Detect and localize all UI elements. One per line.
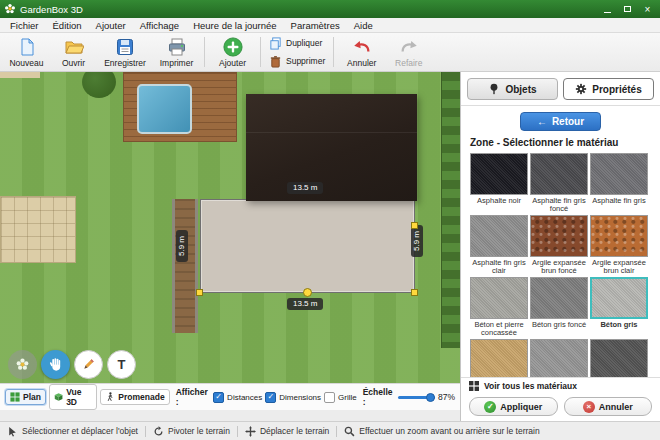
menu-ajouter[interactable]: Ajouter — [89, 20, 133, 31]
material-label: Asphalte fin gris foncé — [530, 197, 588, 213]
bush[interactable] — [82, 72, 116, 98]
hedge-row[interactable] — [441, 72, 460, 348]
draw-tool-button[interactable] — [74, 350, 103, 379]
material-swatch[interactable] — [470, 215, 528, 257]
apply-button[interactable]: ✓ Appliquer — [469, 397, 558, 416]
view-3d-button[interactable]: Vue 3D — [49, 384, 97, 410]
garden-canvas[interactable]: 13.5 m 13.5 m 5.9 m 5.9 m T — [0, 72, 460, 383]
menu-heure[interactable]: Heure de la journée — [186, 20, 283, 31]
zone-handle-mid-right[interactable] — [411, 222, 418, 229]
grille-checkbox[interactable]: Grille — [324, 392, 357, 403]
redo-button[interactable]: Refaire — [385, 34, 432, 70]
material-cell[interactable] — [590, 339, 648, 377]
material-cell[interactable] — [530, 339, 588, 377]
add-button[interactable]: Ajouter — [209, 34, 256, 70]
back-button[interactable]: ← Retour — [520, 112, 601, 131]
distances-checkbox[interactable]: ✓ Distances — [213, 392, 262, 403]
maximize-button[interactable] — [619, 3, 636, 16]
zoom-slider[interactable] — [398, 392, 435, 403]
material-swatch[interactable] — [590, 339, 648, 377]
distances-checkbox-box[interactable]: ✓ — [213, 392, 224, 403]
menu-aide[interactable]: Aide — [347, 20, 380, 31]
material-cell[interactable]: Asphalte fin gris — [590, 153, 648, 213]
plants-tool-button[interactable] — [8, 350, 37, 379]
dirt-path[interactable] — [172, 199, 198, 333]
plan-view-button[interactable]: Plan — [5, 389, 46, 405]
open-button[interactable]: Ouvrir — [50, 34, 97, 70]
add-button-label: Ajouter — [219, 58, 246, 68]
tree-icon — [488, 83, 500, 95]
dimensions-label: Dimensions — [279, 393, 321, 402]
swimming-pool[interactable] — [137, 84, 192, 134]
material-cell[interactable] — [470, 339, 528, 377]
panel-actions: ✓ Appliquer × Annuler — [461, 394, 660, 421]
menu-fichier[interactable]: Fichier — [3, 20, 46, 31]
main-area: 13.5 m 13.5 m 5.9 m 5.9 m T — [0, 72, 660, 421]
save-button[interactable]: Enregistrer — [97, 34, 153, 70]
wooden-deck[interactable] — [123, 72, 237, 142]
zoom-slider-thumb[interactable] — [426, 393, 435, 402]
material-swatch[interactable] — [470, 277, 528, 319]
see-all-materials-link[interactable]: Voir tous les matériaux — [461, 377, 660, 394]
material-label: Asphalte fin gris — [590, 197, 648, 213]
delete-button[interactable]: Supprimer — [265, 54, 329, 69]
material-cell[interactable]: Asphalte fin gris foncé — [530, 153, 588, 213]
print-button[interactable]: Imprimer — [153, 34, 200, 70]
new-document-icon — [17, 37, 37, 57]
minimize-button[interactable] — [599, 3, 616, 16]
material-swatch-selected[interactable] — [590, 277, 648, 319]
edit-actions-group: Dupliquer Supprimer — [265, 36, 329, 69]
material-swatch[interactable] — [590, 153, 648, 195]
add-plus-icon — [223, 37, 243, 57]
dimension-label-top: 13.5 m — [287, 182, 323, 194]
material-swatch[interactable] — [530, 215, 588, 257]
tab-proprietes[interactable]: Propriétés — [563, 78, 654, 100]
material-swatch[interactable] — [470, 153, 528, 195]
material-cell[interactable]: Argile expansée brun foncé — [530, 215, 588, 275]
material-cell[interactable]: Asphalte noir — [470, 153, 528, 213]
material-cell[interactable]: Béton gris foncé — [530, 277, 588, 337]
printer-icon — [167, 37, 187, 57]
selected-zone[interactable] — [200, 199, 415, 293]
material-cell[interactable]: Béton et pierre concassée — [470, 277, 528, 337]
tab-objets[interactable]: Objets — [467, 78, 558, 100]
text-tool-icon: T — [118, 357, 126, 372]
text-tool-button[interactable]: T — [107, 350, 136, 379]
toolbar-separator — [260, 37, 261, 67]
undo-button[interactable]: Annuler — [338, 34, 385, 70]
material-cell-selected[interactable]: Béton gris — [590, 277, 648, 337]
duplicate-button[interactable]: Dupliquer — [265, 36, 329, 51]
properties-panel: Objets Propriétés ← Retour Zone - Sélect… — [460, 72, 660, 421]
material-swatch[interactable] — [530, 153, 588, 195]
retour-wrap: ← Retour — [461, 106, 660, 134]
walkthrough-button[interactable]: Promenade — [100, 389, 169, 405]
title-bar: GardenBox 3D × — [0, 0, 660, 18]
material-swatch[interactable] — [530, 277, 588, 319]
material-cell[interactable]: Argile expansée brun clair — [590, 215, 648, 275]
tiled-terrace[interactable] — [0, 196, 76, 263]
material-grid: Asphalte noir Asphalte fin gris foncé As… — [461, 153, 660, 377]
grille-checkbox-box[interactable] — [324, 392, 335, 403]
view-3d-label: Vue 3D — [66, 387, 92, 407]
new-button[interactable]: Nouveau — [3, 34, 50, 70]
material-swatch[interactable] — [470, 339, 528, 377]
zone-handle-bottom-right[interactable] — [411, 289, 418, 296]
menu-edition[interactable]: Édition — [46, 20, 89, 31]
zone-handle-bottom-center[interactable] — [303, 288, 312, 297]
house-roof[interactable] — [246, 94, 417, 201]
status-move-terrain: Déplacer le terrain — [238, 426, 336, 437]
cancel-button[interactable]: × Annuler — [564, 397, 653, 416]
apply-button-label: Appliquer — [500, 402, 542, 412]
menu-parametres[interactable]: Paramètres — [284, 20, 347, 31]
dimensions-checkbox-box[interactable]: ✓ — [265, 392, 276, 403]
material-swatch[interactable] — [590, 215, 648, 257]
dimensions-checkbox[interactable]: ✓ Dimensions — [265, 392, 321, 403]
zone-handle-bottom-left[interactable] — [196, 289, 203, 296]
close-button[interactable]: × — [639, 3, 656, 16]
pan-tool-button[interactable] — [41, 350, 70, 379]
panel-tabs: Objets Propriétés — [461, 72, 660, 106]
material-label: Argile expansée brun clair — [590, 259, 648, 275]
material-swatch[interactable] — [530, 339, 588, 377]
material-cell[interactable]: Asphalte fin gris clair — [470, 215, 528, 275]
menu-affichage[interactable]: Affichage — [133, 20, 186, 31]
